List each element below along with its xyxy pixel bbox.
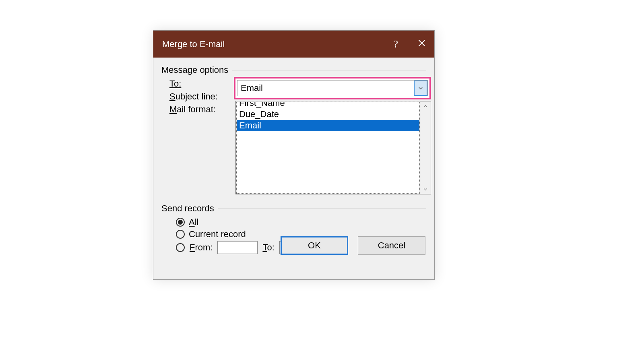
radio-row-all[interactable]: All [176,217,426,227]
scroll-up-icon[interactable] [420,101,431,111]
group-send-records: Send records [161,203,426,214]
to-field-combo[interactable]: Email [234,77,431,99]
label-current-record: Current record [189,229,246,240]
cancel-button[interactable]: Cancel [358,236,425,255]
chevron-down-icon [418,85,423,91]
radio-all[interactable] [176,218,185,227]
label-subject-line: Subject line: [169,91,236,102]
group-separator [218,209,426,209]
group-separator [232,70,426,70]
dropdown-button[interactable] [414,81,427,96]
to-field-combo-inner: Email [237,80,428,96]
label-from: From: [190,242,213,253]
close-icon[interactable] [417,38,426,50]
group-label-text: Send records [161,203,214,214]
label-all: All [189,217,198,227]
scroll-down-icon[interactable] [420,184,431,194]
label-to: To: [169,78,236,89]
to-field-dropdown-list[interactable]: First_Name Due_Date Email [235,101,431,194]
dropdown-option-due-date[interactable]: Due_Date [237,109,419,120]
radio-current-record[interactable] [176,230,185,239]
from-input[interactable] [217,241,258,254]
dropdown-scrollbar[interactable] [420,101,431,194]
dialog-title: Merge to E-mail [162,39,393,50]
dropdown-option-first-name[interactable]: First_Name [237,102,419,109]
to-field-value: Email [237,81,414,96]
dropdown-options: First_Name Due_Date Email [236,102,420,194]
radio-from[interactable] [176,243,185,252]
dialog-buttons: OK Cancel [281,236,425,255]
dropdown-option-email[interactable]: Email [237,120,419,131]
titlebar-controls: ? [393,38,426,50]
scroll-track[interactable] [420,111,431,184]
label-to-range: To: [262,242,274,253]
dialog-titlebar[interactable]: Merge to E-mail ? [153,31,434,58]
ok-button[interactable]: OK [281,236,348,255]
merge-to-email-dialog: Merge to E-mail ? Message options To: Su… [153,30,435,280]
dialog-body: Message options To: Subject line: Mail f… [153,58,434,261]
help-icon[interactable]: ? [393,38,398,50]
group-label-text: Message options [161,65,228,75]
group-message-options: Message options [161,65,426,75]
label-mail-format: Mail format: [169,104,236,115]
